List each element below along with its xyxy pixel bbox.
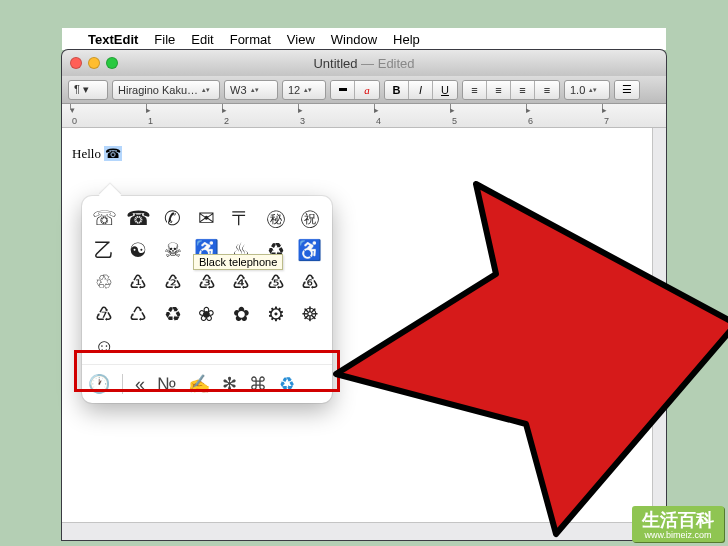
list-button[interactable]: ☰ <box>615 81 639 99</box>
align-center-icon: ≡ <box>495 84 501 96</box>
menu-window[interactable]: Window <box>331 32 377 47</box>
mac-menubar: TextEdit File Edit Format View Window He… <box>62 28 666 50</box>
align-center-button[interactable]: ≡ <box>487 81 511 99</box>
combo-arrows-icon: ▴▾ <box>589 88 597 92</box>
selected-character: ☎ <box>104 146 122 161</box>
ruler-num-7: 7 <box>604 116 609 126</box>
format-toolbar: ¶ ▾ Hiragino Kaku… ▴▾ W3 ▴▾ 12 ▴▾ a B I … <box>62 76 666 104</box>
char-cell[interactable]: 〒 <box>227 206 255 230</box>
align-justify-button[interactable]: ≡ <box>535 81 559 99</box>
tab-marker-icon[interactable]: ▸ <box>602 105 607 115</box>
tab-marker-icon[interactable]: ▸ <box>374 105 379 115</box>
tab-marker-icon[interactable]: ▸ <box>146 105 151 115</box>
menu-file[interactable]: File <box>154 32 175 47</box>
char-cell[interactable]: ♶ <box>227 270 255 294</box>
char-cell[interactable]: ㊗ <box>296 206 324 230</box>
char-cell[interactable]: ☎ <box>124 206 152 230</box>
ruler-num-3: 3 <box>300 116 305 126</box>
text-color-group: a <box>330 80 380 100</box>
char-cell[interactable]: ♲ <box>90 270 118 294</box>
italic-button[interactable]: I <box>409 81 433 99</box>
tab-marker-icon[interactable]: ▸ <box>526 105 531 115</box>
menu-format[interactable]: Format <box>230 32 271 47</box>
char-cell[interactable]: 乙 <box>90 238 118 262</box>
ruler-num-4: 4 <box>376 116 381 126</box>
font-size-label: 12 <box>288 84 300 96</box>
char-cell[interactable]: ♴ <box>159 270 187 294</box>
list-icon: ☰ <box>622 83 632 96</box>
char-cell[interactable]: ♵ <box>193 270 221 294</box>
font-weight-label: W3 <box>230 84 247 96</box>
char-cell[interactable]: ♹ <box>90 302 118 326</box>
char-cell[interactable]: ♺ <box>124 302 152 326</box>
symbols-category-icon[interactable]: ♻ <box>279 373 295 395</box>
menu-edit[interactable]: Edit <box>191 32 213 47</box>
char-cell[interactable]: ♻ <box>159 302 187 326</box>
writing-category-icon[interactable]: ✍ <box>188 373 210 395</box>
align-left-button[interactable]: ≡ <box>463 81 487 99</box>
color-swatch-icon <box>339 88 347 91</box>
technical-category-icon[interactable]: ⌘ <box>249 373 267 395</box>
char-cell[interactable]: ⚙ <box>261 302 289 326</box>
char-cell[interactable]: ☠ <box>159 238 187 262</box>
align-right-button[interactable]: ≡ <box>511 81 535 99</box>
list-group: ☰ <box>614 80 640 100</box>
app-menu[interactable]: TextEdit <box>88 32 138 47</box>
line-spacing-combo[interactable]: 1.0 ▴▾ <box>564 80 610 100</box>
char-cell[interactable]: ☸ <box>296 302 324 326</box>
menu-view[interactable]: View <box>287 32 315 47</box>
ruler-num-2: 2 <box>224 116 229 126</box>
character-tooltip: Black telephone <box>193 254 283 270</box>
char-cell[interactable]: ☺ <box>90 334 118 358</box>
char-cell[interactable]: ♳ <box>124 270 152 294</box>
paragraph-style-label: ¶ ▾ <box>74 83 89 96</box>
combo-arrows-icon: ▴▾ <box>251 88 259 92</box>
char-cell[interactable]: ☏ <box>90 206 118 230</box>
char-cell[interactable]: ♸ <box>296 270 324 294</box>
alignment-group: ≡ ≡ ≡ ≡ <box>462 80 560 100</box>
clock-icon[interactable]: 🕐 <box>88 373 110 395</box>
font-weight-combo[interactable]: W3 ▴▾ <box>224 80 278 100</box>
ruler-num-1: 1 <box>148 116 153 126</box>
char-cell[interactable]: ♷ <box>261 270 289 294</box>
underline-button[interactable]: U <box>433 81 457 99</box>
line-spacing-label: 1.0 <box>570 84 585 96</box>
title-edited: — Edited <box>357 56 414 71</box>
align-justify-icon: ≡ <box>544 84 550 96</box>
menu-help[interactable]: Help <box>393 32 420 47</box>
char-cell[interactable]: ✉ <box>193 206 221 230</box>
italic-label: I <box>419 84 422 96</box>
horizontal-scrollbar[interactable] <box>62 522 652 540</box>
bold-label: B <box>393 84 401 96</box>
paragraph-style-combo[interactable]: ¶ ▾ <box>68 80 108 100</box>
ruler-num-6: 6 <box>528 116 533 126</box>
character-viewer-popover: ☏ ☎ ✆ ✉ 〒 ㊙ ㊗ 乙 ☯ ☠ ♿ ♨ ♻ ♿ ♲ ♳ ♴ ♵ ♶ ♷ … <box>82 196 332 403</box>
char-cell[interactable]: ✿ <box>227 302 255 326</box>
char-cell[interactable]: ✆ <box>159 206 187 230</box>
font-family-combo[interactable]: Hiragino Kaku… ▴▾ <box>112 80 220 100</box>
text-color-black[interactable] <box>331 81 355 99</box>
bold-button[interactable]: B <box>385 81 409 99</box>
align-left-icon: ≡ <box>471 84 477 96</box>
tab-marker-icon[interactable]: ▸ <box>298 105 303 115</box>
bullet-category-icon[interactable]: ✻ <box>222 373 237 395</box>
character-grid: ☏ ☎ ✆ ✉ 〒 ㊙ ㊗ 乙 ☯ ☠ ♿ ♨ ♻ ♿ ♲ ♳ ♴ ♵ ♶ ♷ … <box>82 196 332 364</box>
underline-label: U <box>441 84 449 96</box>
char-cell[interactable]: ❀ <box>193 302 221 326</box>
numero-category-icon[interactable]: № <box>157 374 176 395</box>
char-cell[interactable]: ☯ <box>124 238 152 262</box>
char-cell[interactable]: ㊙ <box>261 206 289 230</box>
ruler[interactable]: ▾ 0 ▸1 ▸2 ▸3 ▸4 ▸5 ▸6 ▸7 <box>62 104 666 128</box>
font-family-label: Hiragino Kaku… <box>118 84 198 96</box>
title-main: Untitled <box>313 56 357 71</box>
ruler-num-5: 5 <box>452 116 457 126</box>
tab-marker-icon[interactable]: ▸ <box>450 105 455 115</box>
window-title: Untitled — Edited <box>62 56 666 71</box>
watermark-main: 生活百科 <box>642 510 714 530</box>
vertical-scrollbar[interactable] <box>652 128 666 522</box>
tab-marker-icon[interactable]: ▸ <box>222 105 227 115</box>
quotes-category-icon[interactable]: « <box>135 374 145 395</box>
font-size-combo[interactable]: 12 ▴▾ <box>282 80 326 100</box>
text-color-red[interactable]: a <box>355 81 379 99</box>
char-cell[interactable]: ♿ <box>296 238 324 262</box>
